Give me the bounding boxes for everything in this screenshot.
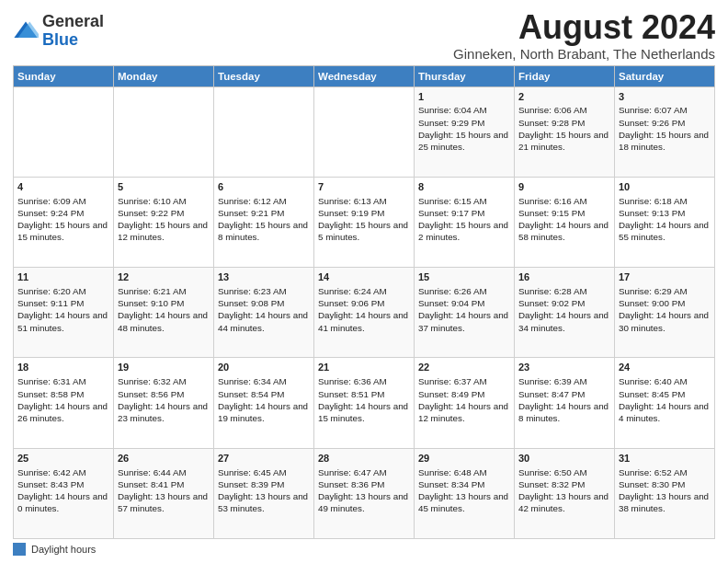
day-info: Sunrise: 6:10 AMSunset: 9:22 PMDaylight:…: [118, 195, 210, 244]
day-number: 18: [17, 361, 109, 374]
day-number: 24: [619, 361, 711, 374]
legend-box: [13, 543, 26, 556]
day-info: Sunrise: 6:37 AMSunset: 8:49 PMDaylight:…: [418, 375, 510, 424]
calendar-cell: 19Sunrise: 6:32 AMSunset: 8:56 PMDayligh…: [114, 358, 214, 448]
day-number: 10: [619, 180, 711, 194]
calendar-cell: 20Sunrise: 6:34 AMSunset: 8:54 PMDayligh…: [214, 358, 314, 448]
day-info: Sunrise: 6:16 AMSunset: 9:15 PMDaylight:…: [518, 195, 610, 244]
day-number: 21: [318, 361, 410, 374]
day-info: Sunrise: 6:18 AMSunset: 9:13 PMDaylight:…: [619, 195, 711, 244]
day-info: Sunrise: 6:12 AMSunset: 9:21 PMDaylight:…: [218, 195, 310, 244]
day-number: 11: [17, 270, 109, 284]
calendar-cell: 9Sunrise: 6:16 AMSunset: 9:15 PMDaylight…: [515, 177, 615, 267]
day-info: Sunrise: 6:06 AMSunset: 9:28 PMDaylight:…: [518, 104, 610, 153]
day-number: 30: [518, 452, 610, 465]
calendar-cell: [314, 86, 415, 177]
calendar-cell: 13Sunrise: 6:23 AMSunset: 9:08 PMDayligh…: [214, 268, 314, 358]
calendar-cell: 21Sunrise: 6:36 AMSunset: 8:51 PMDayligh…: [314, 358, 415, 448]
legend-label: Daylight hours: [31, 544, 96, 555]
day-info: Sunrise: 6:50 AMSunset: 8:32 PMDaylight:…: [518, 466, 610, 515]
calendar-cell: 27Sunrise: 6:45 AMSunset: 8:39 PMDayligh…: [214, 448, 314, 538]
day-number: 9: [518, 180, 610, 194]
day-info: Sunrise: 6:44 AMSunset: 8:41 PMDaylight:…: [118, 466, 210, 515]
day-info: Sunrise: 6:39 AMSunset: 8:47 PMDaylight:…: [518, 375, 610, 424]
day-number: 6: [218, 180, 310, 194]
day-info: Sunrise: 6:23 AMSunset: 9:08 PMDaylight:…: [218, 285, 310, 334]
calendar-body: 1Sunrise: 6:04 AMSunset: 9:29 PMDaylight…: [14, 86, 715, 538]
day-info: Sunrise: 6:45 AMSunset: 8:39 PMDaylight:…: [218, 466, 310, 515]
day-number: 17: [619, 270, 711, 284]
day-info: Sunrise: 6:29 AMSunset: 9:00 PMDaylight:…: [619, 285, 711, 334]
logo-text: General Blue: [42, 13, 104, 50]
day-number: 23: [518, 361, 610, 374]
day-info: Sunrise: 6:21 AMSunset: 9:10 PMDaylight:…: [118, 285, 210, 334]
day-of-week-wednesday: Wednesday: [314, 65, 415, 86]
calendar-cell: 16Sunrise: 6:28 AMSunset: 9:02 PMDayligh…: [515, 268, 615, 358]
calendar-cell: 15Sunrise: 6:26 AMSunset: 9:04 PMDayligh…: [415, 268, 515, 358]
calendar-cell: 6Sunrise: 6:12 AMSunset: 9:21 PMDaylight…: [214, 177, 314, 267]
calendar-cell: 29Sunrise: 6:48 AMSunset: 8:34 PMDayligh…: [415, 448, 515, 538]
calendar-cell: 14Sunrise: 6:24 AMSunset: 9:06 PMDayligh…: [314, 268, 415, 358]
day-info: Sunrise: 6:32 AMSunset: 8:56 PMDaylight:…: [118, 375, 210, 424]
day-of-week-thursday: Thursday: [415, 65, 515, 86]
logo-general: General: [42, 12, 104, 30]
day-number: 13: [218, 270, 310, 284]
day-number: 7: [318, 180, 410, 194]
day-info: Sunrise: 6:48 AMSunset: 8:34 PMDaylight:…: [418, 466, 510, 515]
calendar-cell: 12Sunrise: 6:21 AMSunset: 9:10 PMDayligh…: [114, 268, 214, 358]
calendar-table: SundayMondayTuesdayWednesdayThursdayFrid…: [13, 65, 715, 539]
legend: Daylight hours: [13, 543, 715, 556]
day-number: 22: [418, 361, 510, 374]
day-of-week-sunday: Sunday: [14, 65, 114, 86]
calendar-cell: [14, 86, 114, 177]
page: General Blue August 2024 Ginneken, North…: [0, 0, 728, 563]
day-info: Sunrise: 6:26 AMSunset: 9:04 PMDaylight:…: [418, 285, 510, 334]
calendar-cell: 1Sunrise: 6:04 AMSunset: 9:29 PMDaylight…: [415, 86, 515, 177]
day-info: Sunrise: 6:47 AMSunset: 8:36 PMDaylight:…: [318, 466, 410, 515]
day-info: Sunrise: 6:52 AMSunset: 8:30 PMDaylight:…: [619, 466, 711, 515]
day-info: Sunrise: 6:42 AMSunset: 8:43 PMDaylight:…: [17, 466, 109, 515]
calendar-cell: 11Sunrise: 6:20 AMSunset: 9:11 PMDayligh…: [14, 268, 114, 358]
day-info: Sunrise: 6:07 AMSunset: 9:26 PMDaylight:…: [619, 104, 711, 153]
logo-icon: [13, 18, 39, 44]
day-number: 25: [17, 452, 109, 465]
day-info: Sunrise: 6:31 AMSunset: 8:58 PMDaylight:…: [17, 375, 109, 424]
day-of-week-monday: Monday: [114, 65, 214, 86]
calendar-week-5: 25Sunrise: 6:42 AMSunset: 8:43 PMDayligh…: [14, 448, 715, 538]
calendar-cell: 2Sunrise: 6:06 AMSunset: 9:28 PMDaylight…: [515, 86, 615, 177]
calendar-week-3: 11Sunrise: 6:20 AMSunset: 9:11 PMDayligh…: [14, 268, 715, 358]
calendar-cell: [114, 86, 214, 177]
calendar-cell: 17Sunrise: 6:29 AMSunset: 9:00 PMDayligh…: [615, 268, 715, 358]
header: General Blue August 2024 Ginneken, North…: [13, 9, 715, 62]
day-number: 15: [418, 270, 510, 284]
day-info: Sunrise: 6:04 AMSunset: 9:29 PMDaylight:…: [418, 104, 510, 153]
calendar-cell: 3Sunrise: 6:07 AMSunset: 9:26 PMDaylight…: [615, 86, 715, 177]
main-title: August 2024: [453, 9, 715, 46]
day-number: 28: [318, 452, 410, 465]
calendar-cell: [214, 86, 314, 177]
calendar-week-2: 4Sunrise: 6:09 AMSunset: 9:24 PMDaylight…: [14, 177, 715, 267]
day-number: 14: [318, 270, 410, 284]
title-area: August 2024 Ginneken, North Brabant, The…: [453, 9, 715, 62]
logo-blue: Blue: [42, 30, 78, 49]
days-of-week-row: SundayMondayTuesdayWednesdayThursdayFrid…: [14, 65, 715, 86]
calendar-cell: 24Sunrise: 6:40 AMSunset: 8:45 PMDayligh…: [615, 358, 715, 448]
calendar-cell: 31Sunrise: 6:52 AMSunset: 8:30 PMDayligh…: [615, 448, 715, 538]
day-of-week-tuesday: Tuesday: [214, 65, 314, 86]
day-number: 20: [218, 361, 310, 374]
day-info: Sunrise: 6:24 AMSunset: 9:06 PMDaylight:…: [318, 285, 410, 334]
calendar-cell: 25Sunrise: 6:42 AMSunset: 8:43 PMDayligh…: [14, 448, 114, 538]
subtitle: Ginneken, North Brabant, The Netherlands: [453, 46, 715, 62]
day-info: Sunrise: 6:09 AMSunset: 9:24 PMDaylight:…: [17, 195, 109, 244]
calendar-cell: 5Sunrise: 6:10 AMSunset: 9:22 PMDaylight…: [114, 177, 214, 267]
day-info: Sunrise: 6:13 AMSunset: 9:19 PMDaylight:…: [318, 195, 410, 244]
day-number: 2: [518, 90, 610, 104]
day-info: Sunrise: 6:36 AMSunset: 8:51 PMDaylight:…: [318, 375, 410, 424]
day-number: 1: [418, 90, 510, 104]
logo: General Blue: [13, 13, 104, 50]
day-number: 3: [619, 90, 711, 104]
calendar-cell: 4Sunrise: 6:09 AMSunset: 9:24 PMDaylight…: [14, 177, 114, 267]
calendar-week-4: 18Sunrise: 6:31 AMSunset: 8:58 PMDayligh…: [14, 358, 715, 448]
day-info: Sunrise: 6:34 AMSunset: 8:54 PMDaylight:…: [218, 375, 310, 424]
day-number: 12: [118, 270, 210, 284]
